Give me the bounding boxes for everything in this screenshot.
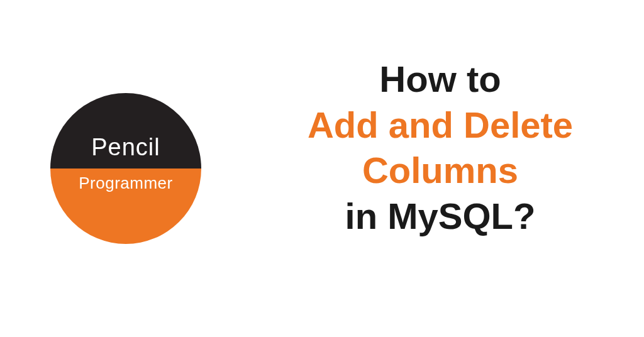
logo-top-text: Pencil — [91, 134, 160, 161]
logo-top-half: Pencil — [50, 93, 201, 168]
pencil-programmer-logo: Pencil Programmer — [50, 93, 201, 244]
logo-bottom-text: Programmer — [79, 174, 172, 193]
logo-bottom-half: Programmer — [50, 168, 201, 244]
heading-line-3-highlight: Columns — [362, 150, 518, 191]
heading-line-1: How to — [379, 58, 501, 99]
article-title: How to Add and Delete Columns in MySQL? — [264, 57, 616, 239]
heading-line-2-highlight: Add and Delete — [308, 104, 573, 145]
heading-line-4: in MySQL? — [345, 196, 536, 236]
